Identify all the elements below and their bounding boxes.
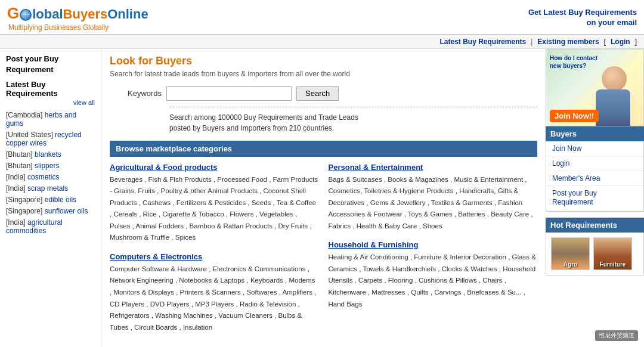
logo-text: GlobalBuyersOnline — [7, 5, 148, 22]
sidebar-item: [Cambodia] herbs and gums — [6, 111, 95, 128]
page-title: Look for Buyers — [110, 55, 537, 67]
buyers-link-item[interactable]: Join Now — [546, 141, 643, 156]
sidebar-product-link[interactable]: herbs and gums — [6, 111, 76, 128]
sidebar-post-requirement[interactable]: Post your Buy Requirement — [6, 54, 95, 75]
cat-section-computers: Computers & Electronics Computer Softwar… — [110, 252, 319, 333]
get-latest-text: Get Latest Buy Requirementson your email — [528, 8, 637, 28]
agri-cat-items: Beverages , Fish & Fish Products , Proce… — [110, 174, 319, 244]
sidebar-product-link[interactable]: sunflower oils — [45, 207, 88, 215]
sidebar-product-link[interactable]: recycled copper wires — [6, 131, 82, 147]
categories-grid: Agricultural & Food products Beverages ,… — [110, 163, 537, 342]
right-panel: How do I contactnew buyers? Join Now!! B… — [546, 49, 644, 347]
sidebar-item: [India] cosmetics — [6, 173, 95, 181]
nav-bracket-close: ] — [635, 38, 637, 46]
cat-col-left: Agricultural & Food products Beverages ,… — [110, 163, 319, 342]
sidebar-product-link[interactable]: slippers — [35, 162, 59, 170]
computers-cat-items: Computer Software & Hardware , Electroni… — [110, 264, 319, 333]
sidebar-item: [India] agricultural commodities — [6, 218, 95, 235]
sidebar-product-link[interactable]: blankets — [35, 150, 61, 159]
buyers-link-item[interactable]: Login — [546, 156, 643, 171]
personal-cat-items: Bags & Suitcases , Books & Magazines , M… — [329, 174, 538, 233]
keywords-label: Keywords — [128, 89, 162, 98]
hot-requirements-header: Hot Requirements — [546, 218, 644, 233]
household-cat-title[interactable]: Household & Furnishing — [329, 240, 538, 249]
cat-section-agri: Agricultural & Food products Beverages ,… — [110, 163, 319, 244]
agri-cat-title[interactable]: Agricultural & Food products — [110, 163, 319, 172]
content-area: Look for Buyers Search for latest trade … — [101, 49, 546, 347]
search-info-line2: posted by Buyers and Importers from 210 … — [169, 124, 334, 132]
sidebar-product-link[interactable]: agricultural commodities — [6, 218, 63, 235]
hot-requirements-content: Agro Furniture — [546, 233, 644, 275]
search-info-line1: Search among 100000 Buy Requirements and… — [169, 113, 358, 122]
search-info-text: Search among 100000 Buy Requirements and… — [169, 107, 537, 134]
hot-item-agro[interactable]: Agro — [551, 237, 590, 270]
latest-buy-requirements-link[interactable]: Latest Buy Requirements — [439, 38, 526, 46]
sidebar-item: [India] scrap metals — [6, 184, 95, 193]
sidebar-item: [Bhutan] blankets — [6, 150, 95, 159]
logo-tagline: Multiplying Businesses Globally — [8, 23, 148, 32]
cat-col-right: Personal & Entertainment Bags & Suitcase… — [329, 163, 538, 342]
login-link[interactable]: Login — [611, 38, 630, 46]
banner-man-figure — [593, 63, 637, 126]
cat-section-personal: Personal & Entertainment Bags & Suitcase… — [329, 163, 538, 233]
man-body — [596, 89, 630, 126]
header-right: Get Latest Buy Requirementson your email — [528, 8, 637, 28]
sidebar-latest-label: Latest Buy Requirements — [6, 80, 95, 98]
sidebar-product-link[interactable]: edible oils — [45, 196, 76, 204]
existing-members-link[interactable]: Existing members — [537, 38, 599, 46]
search-area: Keywords Search — [128, 86, 537, 101]
buyers-link-item[interactable]: Member's Area — [546, 171, 643, 186]
hot-item-furniture-label: Furniture — [600, 261, 626, 268]
main-layout: Post your Buy Requirement Latest Buy Req… — [0, 49, 644, 347]
browse-header: Browse marketplace categories — [110, 141, 537, 157]
hot-item-agro-label: Agro — [564, 261, 577, 268]
banner-image[interactable]: How do I contactnew buyers? Join Now!! — [546, 49, 644, 126]
sidebar: Post your Buy Requirement Latest Buy Req… — [0, 49, 101, 347]
nav-bar: Latest Buy Requirements | Existing membe… — [0, 35, 644, 49]
cat-section-household: Household & Furnishing Heating & Air Con… — [329, 240, 538, 310]
sidebar-items-list: [Cambodia] herbs and gums[United States]… — [6, 111, 95, 235]
logo-area: GlobalBuyersOnline Multiplying Businesse… — [7, 5, 148, 32]
banner-join-button[interactable]: Join Now!! — [550, 110, 599, 122]
watermark: 维尼外贸频道 — [595, 330, 638, 341]
nav-separator: | — [531, 38, 532, 46]
header: GlobalBuyersOnline Multiplying Businesse… — [0, 0, 644, 35]
sidebar-item: [Singapore] sunflower oils — [6, 207, 95, 215]
buyers-box-header: Buyers — [546, 126, 644, 141]
buyers-links-list: Join NowLoginMember's AreaPost your Buy … — [546, 141, 644, 212]
view-all-link[interactable]: view all — [73, 99, 95, 106]
personal-cat-title[interactable]: Personal & Entertainment — [329, 163, 538, 172]
computers-cat-title[interactable]: Computers & Electronics — [110, 252, 319, 261]
search-input[interactable] — [166, 86, 292, 101]
household-cat-items: Heating & Air Conditioning , Furniture &… — [329, 252, 538, 310]
banner-text: How do I contactnew buyers? — [550, 54, 597, 70]
post-requirement-link[interactable]: Post your Buy Requirement — [6, 54, 58, 74]
hot-item-furniture[interactable]: Furniture — [593, 237, 632, 270]
page-subtitle: Search for latest trade leads from buyer… — [110, 70, 537, 78]
sidebar-item: [United States] recycled copper wires — [6, 131, 95, 147]
sidebar-view-all[interactable]: view all — [6, 99, 95, 106]
sidebar-item: [Bhutan] slippers — [6, 162, 95, 170]
search-button[interactable]: Search — [296, 86, 339, 101]
sidebar-product-link[interactable]: scrap metals — [27, 184, 68, 193]
nav-bracket-open: [ — [604, 38, 606, 46]
sidebar-product-link[interactable]: cosmetics — [27, 173, 59, 181]
buyers-link-item[interactable]: Post your Buy Requirement — [546, 186, 643, 211]
man-head — [602, 66, 627, 91]
sidebar-item: [Singapore] edible oils — [6, 196, 95, 204]
